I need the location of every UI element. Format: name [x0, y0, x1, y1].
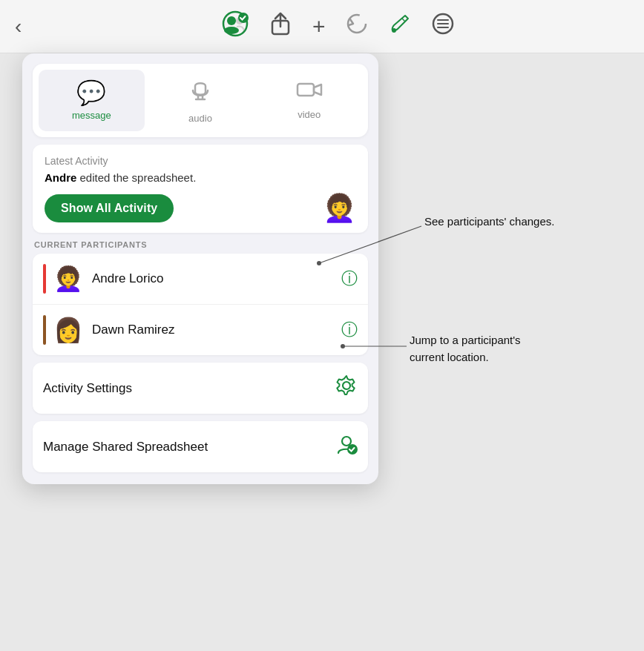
latest-activity-card: Latest Activity Andre edited the spreads… [33, 145, 368, 233]
svg-rect-13 [298, 84, 314, 96]
activity-settings-label: Activity Settings [43, 381, 132, 396]
svg-point-14 [343, 382, 350, 389]
participant-info-icon-andre[interactable]: ⓘ [341, 268, 358, 290]
latest-activity-title: Latest Activity [45, 155, 356, 167]
activity-action-row: Show All Activity 👩‍🦱 [45, 194, 356, 222]
svg-point-7 [392, 28, 396, 33]
tab-message[interactable]: 💬 message [39, 70, 145, 131]
toolbar-left: ‹ [15, 15, 29, 39]
participant-info-icon-dawn[interactable]: ⓘ [341, 319, 358, 341]
svg-point-1 [227, 16, 236, 25]
toolbar-center: + [47, 10, 629, 42]
participant-indicator-andre [43, 264, 46, 294]
video-tab-label: video [298, 109, 321, 120]
show-all-activity-button[interactable]: Show All Activity [45, 194, 174, 222]
audio-tab-label: audio [188, 113, 212, 124]
participant-avatar-andre: 👩‍🦱 [53, 265, 83, 293]
video-icon [296, 79, 323, 106]
callout-participants-changes: See participants' changes. [424, 214, 554, 231]
message-icon: 💬 [76, 79, 106, 107]
activity-author: Andre [45, 171, 76, 184]
participant-name-andre: Andre Lorico [92, 271, 341, 286]
participants-list: 👩‍🦱 Andre Lorico ⓘ 👩 Dawn Ramirez ⓘ [33, 254, 368, 355]
activity-settings-row[interactable]: Activity Settings [33, 363, 368, 414]
share-icon[interactable] [269, 12, 292, 41]
toolbar: ‹ + [0, 0, 644, 53]
svg-line-8 [402, 19, 405, 22]
add-icon[interactable]: + [312, 14, 326, 39]
communication-tabs: 💬 message audio video [33, 64, 368, 137]
activity-avatar: 👩‍🦱 [323, 195, 356, 222]
participant-row-andre[interactable]: 👩‍🦱 Andre Lorico ⓘ [33, 254, 368, 305]
participant-name-dawn: Dawn Ramirez [92, 323, 341, 337]
svg-point-3 [224, 27, 239, 34]
collaboration-icon[interactable] [222, 10, 249, 42]
manage-shared-icon [335, 433, 358, 460]
manage-shared-spreadsheet-row[interactable]: Manage Shared Spreadsheet [33, 421, 368, 472]
activity-description: edited the spreadsheet. [76, 171, 196, 184]
tab-video[interactable]: video [256, 70, 362, 131]
tab-audio[interactable]: audio [148, 70, 254, 131]
collaboration-panel: 💬 message audio video L [22, 53, 378, 484]
menu-icon[interactable] [432, 13, 454, 40]
activity-settings-icon [335, 374, 358, 402]
participant-avatar-dawn: 👩 [53, 316, 83, 344]
message-tab-label: message [72, 110, 111, 121]
svg-point-15 [342, 437, 351, 446]
brush-icon[interactable] [389, 13, 411, 40]
participants-section-header: CURRENT PARTICIPANTS [34, 240, 367, 249]
callout-participant-location: Jump to a participant'scurrent location. [410, 332, 521, 366]
audio-icon [188, 79, 213, 110]
participant-row-dawn[interactable]: 👩 Dawn Ramirez ⓘ [33, 305, 368, 355]
latest-activity-text: Andre edited the spreadsheet. [45, 171, 356, 184]
manage-shared-label: Manage Shared Spreadsheet [43, 440, 208, 455]
back-button[interactable]: ‹ [15, 15, 22, 39]
undo-icon[interactable] [346, 13, 368, 39]
participant-indicator-dawn [43, 315, 46, 345]
